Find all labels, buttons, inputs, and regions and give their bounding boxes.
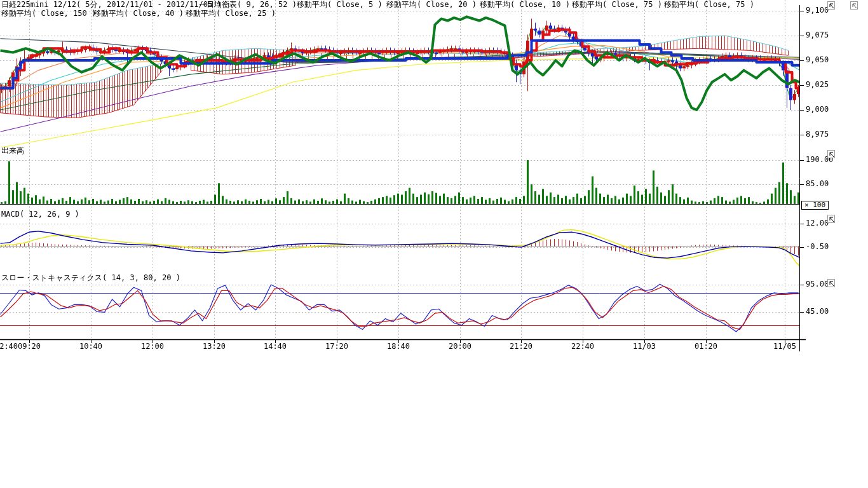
legend-item: 移動平均( Close, 20 ) — [386, 1, 477, 9]
panel-expand-icon[interactable] — [827, 150, 835, 158]
y-axis-label: 9,050 — [806, 56, 829, 64]
x-axis-label: 18:40 — [387, 342, 410, 351]
x-axis-label: 12:00 — [141, 342, 164, 351]
x-axis-label: 09:20 — [18, 342, 41, 351]
x-axis-label: 10:40 — [79, 342, 102, 351]
legend-item: 移動平均( Close, 40 ) — [93, 10, 184, 18]
x-axis-label: 22:40 — [571, 342, 594, 351]
legend-item: 移動平均( Close, 75 ) — [572, 1, 662, 9]
window-corner-icon[interactable] — [850, 1, 858, 10]
x-axis-label: 01:20 — [695, 342, 717, 351]
legend-item: 日経225mini 12/12( 5分, 2012/11/01 - 2012/1… — [1, 1, 222, 9]
x-axis-label: 20:00 — [449, 342, 471, 351]
y-axis-label: 8,975 — [806, 130, 829, 139]
legend-item: 移動平均( Close, 150 ) — [1, 10, 96, 18]
legend-item: 一目均衡表( 9, 26, 52 ) — [199, 1, 297, 9]
x-axis-label: 02:40 — [0, 342, 18, 351]
x-axis-label: 17:20 — [325, 342, 348, 351]
x-axis-label: 14:40 — [264, 342, 287, 351]
macd-panel-label: MACD( 12, 26, 9 ) — [1, 210, 79, 219]
legend-item: 移動平均( Close, 75 ) — [664, 1, 754, 9]
x-axis-label: 21:20 — [510, 342, 532, 351]
volume-panel-label: 出来高 — [1, 147, 24, 155]
chart-app: { "header": { "row1": [ "日経225mini 12/12… — [0, 0, 868, 488]
panel-expand-icon[interactable] — [827, 279, 835, 287]
y-axis-label: 9,075 — [806, 31, 829, 39]
x-axis-label: 11/05 — [773, 342, 796, 351]
y-axis-label: 9,100 — [806, 6, 829, 15]
y-axis-label: -0.50 — [806, 243, 829, 251]
y-axis-label: 9,025 — [806, 81, 829, 89]
y-axis-label: 85.00 — [806, 180, 829, 188]
y-axis-label: 9,000 — [806, 105, 829, 114]
y-axis-label: 12.00 — [806, 219, 829, 227]
chart-canvas — [0, 0, 868, 488]
y-axis-label: 45.00 — [806, 308, 829, 316]
legend-item: 移動平均( Close, 25 ) — [186, 10, 276, 18]
legend-item: 移動平均( Close, 10 ) — [480, 1, 570, 9]
x-axis-label: 13:20 — [203, 342, 226, 351]
chart-window: 出来高 MACD( 12, 26, 9 ) スロー・ストキャスティクス( 14,… — [0, 0, 868, 488]
y-axis-label: 95.00 — [806, 280, 829, 288]
volume-multiplier-badge: × 100 — [801, 201, 829, 210]
panel-expand-icon[interactable] — [827, 1, 835, 10]
legend-item: 移動平均( Close, 5 ) — [297, 1, 383, 9]
panel-expand-icon[interactable] — [827, 215, 835, 223]
stoch-panel-label: スロー・ストキャスティクス( 14, 3, 80, 20 ) — [1, 274, 180, 282]
x-axis-label: 11/03 — [633, 342, 656, 351]
